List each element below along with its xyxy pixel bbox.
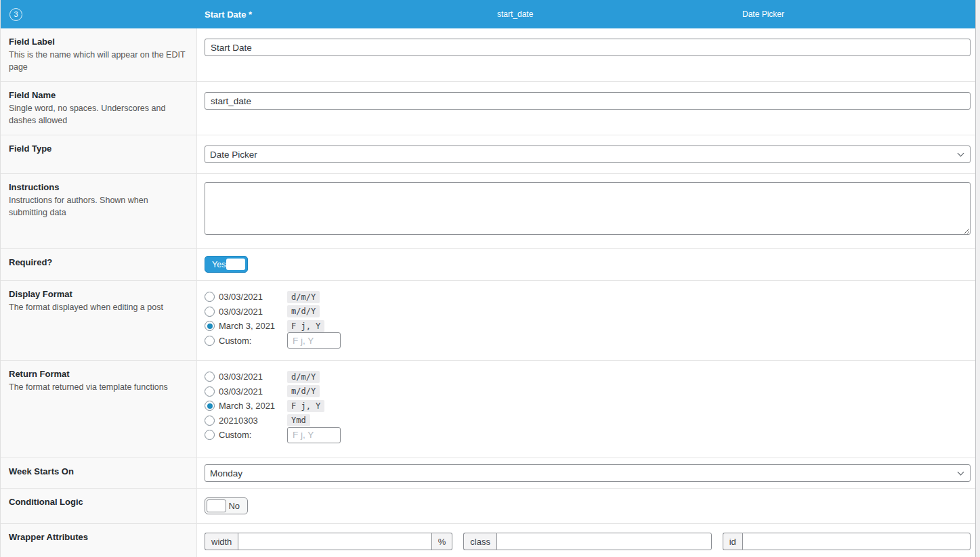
width-prepend-label: width — [205, 533, 238, 550]
wrapper-width-input[interactable] — [238, 533, 431, 550]
return-format-cell: 03/03/2021 d/m/Y 03/03/2021 m/d/Y March … — [197, 361, 975, 458]
field-label-cell — [197, 28, 975, 81]
wrapper-attributes-label: Wrapper Attributes — [1, 524, 197, 557]
wrapper-class-group: class — [463, 533, 711, 550]
week-starts-on-select[interactable]: Monday — [205, 464, 971, 482]
instructions-cell — [197, 174, 975, 248]
radio-icon — [205, 292, 215, 302]
format-code: m/d/Y — [287, 305, 320, 317]
required-cell: Yes — [197, 249, 975, 280]
display-format-option-fjy[interactable]: March 3, 2021 — [205, 321, 287, 331]
instructions-textarea[interactable] — [205, 182, 971, 235]
row-title: Required? — [9, 257, 187, 267]
row-instructions: Instructions Instructions for authors. S… — [1, 174, 975, 249]
format-code: Ymd — [287, 414, 310, 426]
radio-icon — [205, 307, 215, 317]
field-name-label: Field Name Single word, no spaces. Under… — [1, 82, 197, 135]
row-description: Instructions for authors. Shown when sub… — [9, 195, 187, 219]
id-prepend-label: id — [723, 533, 742, 550]
row-title: Instructions — [9, 182, 187, 192]
radio-icon — [205, 336, 215, 346]
format-code: d/m/Y — [287, 371, 320, 383]
row-title: Conditional Logic — [9, 497, 187, 507]
row-required: Required? Yes — [1, 249, 975, 281]
row-title: Week Starts On — [9, 466, 187, 476]
format-code: d/m/Y — [287, 291, 320, 303]
radio-icon — [205, 416, 215, 426]
conditional-logic-toggle[interactable]: No — [205, 497, 248, 514]
row-wrapper-attributes: Wrapper Attributes width % class id — [1, 524, 975, 557]
week-starts-on-cell: Monday — [197, 458, 975, 488]
row-conditional-logic: Conditional Logic No — [1, 489, 975, 524]
radio-icon — [205, 430, 215, 440]
field-header-type: Date Picker — [737, 9, 975, 19]
toggle-knob — [226, 259, 245, 270]
field-label-label: Field Label This is the name which will … — [1, 28, 197, 81]
row-description: The format returned via template functio… — [9, 382, 187, 394]
conditional-logic-cell: No — [197, 489, 975, 523]
toggle-knob — [207, 499, 226, 512]
field-header-label: Start Date * — [197, 9, 492, 20]
return-format-option-dmy[interactable]: 03/03/2021 — [205, 372, 287, 382]
field-header[interactable]: 3 Start Date * start_date Date Picker — [1, 0, 975, 28]
row-title: Field Name — [9, 90, 187, 100]
field-type-cell: Date Picker — [197, 135, 975, 173]
radio-checked-icon — [205, 321, 215, 331]
radio-row: Custom: — [205, 428, 971, 443]
row-title: Field Type — [9, 143, 187, 154]
toggle-off-label: No — [228, 501, 240, 511]
display-format-option-dmy[interactable]: 03/03/2021 — [205, 292, 287, 302]
field-name-input[interactable] — [205, 92, 971, 110]
return-format-option-mdy[interactable]: 03/03/2021 — [205, 386, 287, 397]
conditional-logic-label: Conditional Logic — [1, 489, 197, 523]
return-format-radio-group: 03/03/2021 d/m/Y 03/03/2021 m/d/Y March … — [205, 370, 971, 443]
display-format-custom-input[interactable] — [287, 332, 341, 349]
display-format-label: Display Format The format displayed when… — [1, 281, 197, 360]
class-prepend-label: class — [463, 533, 496, 550]
return-format-option-fjy[interactable]: March 3, 2021 — [205, 401, 287, 411]
field-type-label: Field Type — [1, 135, 197, 173]
display-format-option-mdy[interactable]: 03/03/2021 — [205, 307, 287, 317]
week-starts-on-label: Week Starts On — [1, 458, 197, 488]
row-field-type: Field Type Date Picker — [1, 135, 975, 174]
wrapper-attributes-cell: width % class id — [197, 524, 975, 557]
return-format-option-ymd[interactable]: 20210303 — [205, 416, 287, 426]
radio-row: March 3, 2021 F j, Y — [205, 319, 971, 334]
field-header-name: start_date — [492, 9, 737, 19]
row-return-format: Return Format The format returned via te… — [1, 361, 975, 458]
field-type-select[interactable]: Date Picker — [205, 146, 971, 163]
row-week-starts-on: Week Starts On Monday — [1, 458, 975, 489]
row-title: Wrapper Attributes — [9, 532, 187, 542]
return-format-option-custom[interactable]: Custom: — [205, 430, 287, 440]
wrapper-id-input[interactable] — [742, 533, 971, 550]
row-display-format: Display Format The format displayed when… — [1, 281, 975, 361]
format-code: F j, Y — [287, 400, 324, 412]
radio-row: 20210303 Ymd — [205, 414, 971, 428]
radio-icon — [205, 372, 215, 382]
row-description: Single word, no spaces. Underscores and … — [9, 103, 187, 127]
radio-row: 03/03/2021 m/d/Y — [205, 384, 971, 399]
field-name-cell — [197, 82, 975, 135]
return-format-custom-input[interactable] — [287, 427, 341, 443]
percent-append-label: % — [432, 533, 453, 550]
row-title: Display Format — [9, 289, 187, 299]
wrapper-width-group: width % — [205, 533, 452, 550]
radio-icon — [205, 386, 215, 397]
row-description: The format displayed when editing a post — [9, 302, 187, 314]
required-label: Required? — [1, 249, 197, 280]
radio-checked-icon — [205, 401, 215, 411]
field-label-input[interactable] — [205, 39, 971, 56]
required-toggle[interactable]: Yes — [205, 256, 248, 273]
row-field-name: Field Name Single word, no spaces. Under… — [1, 82, 975, 135]
format-code: F j, Y — [287, 320, 324, 332]
radio-row: 03/03/2021 d/m/Y — [205, 370, 971, 384]
wrapper-id-group: id — [723, 533, 971, 550]
row-title: Return Format — [9, 369, 187, 379]
row-title: Field Label — [9, 37, 187, 47]
display-format-option-custom[interactable]: Custom: — [205, 336, 287, 346]
return-format-label: Return Format The format returned via te… — [1, 361, 197, 458]
format-code: m/d/Y — [287, 385, 320, 397]
radio-row: Custom: — [205, 334, 971, 349]
wrapper-class-input[interactable] — [496, 533, 712, 550]
display-format-radio-group: 03/03/2021 d/m/Y 03/03/2021 m/d/Y March … — [205, 290, 971, 348]
